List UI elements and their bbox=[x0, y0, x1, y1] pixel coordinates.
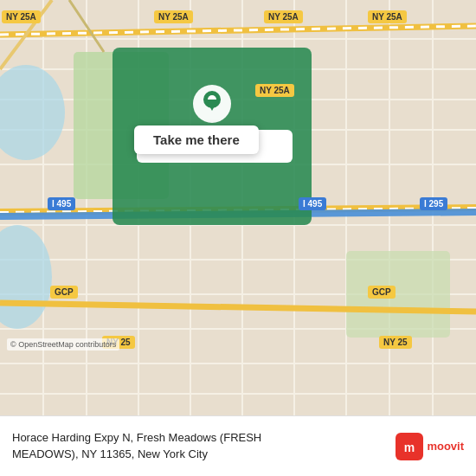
bottom-bar: Horace Harding Expy N, Fresh Meadows (FR… bbox=[0, 415, 476, 476]
svg-rect-24 bbox=[346, 251, 450, 338]
badge-ny25-bottom2: NY 25 bbox=[379, 336, 412, 349]
badge-i495-left: I 495 bbox=[48, 197, 75, 210]
badge-ny25a-1: NY 25A bbox=[154, 10, 193, 23]
badge-gcp-right: GCP bbox=[368, 286, 396, 299]
address-container: Horace Harding Expy N, Fresh Meadows (FR… bbox=[12, 430, 387, 461]
badge-ny25a-3: NY 25A bbox=[368, 10, 407, 23]
badge-ny25a-2: NY 25A bbox=[264, 10, 303, 23]
svg-text:m: m bbox=[404, 441, 415, 454]
badge-i495-right: I 495 bbox=[299, 197, 326, 210]
address-text: Horace Harding Expy N, Fresh Meadows (FR… bbox=[12, 430, 387, 461]
osm-credit: © OpenStreetMap contributors bbox=[7, 338, 119, 351]
take-me-there-button[interactable]: Take me there bbox=[134, 125, 259, 154]
badge-gcp-left: GCP bbox=[50, 286, 78, 299]
map-container: Take me there NY 25A NY 25A NY 25A NY 25… bbox=[0, 0, 476, 415]
badge-ny25a-left: NY 25A bbox=[2, 10, 41, 23]
moovit-logo: m moovit bbox=[396, 433, 464, 460]
badge-i295: I 295 bbox=[420, 197, 447, 210]
moovit-icon: m bbox=[396, 433, 423, 460]
badge-ny25a-mid: NY 25A bbox=[255, 84, 294, 97]
moovit-label: moovit bbox=[427, 440, 464, 453]
